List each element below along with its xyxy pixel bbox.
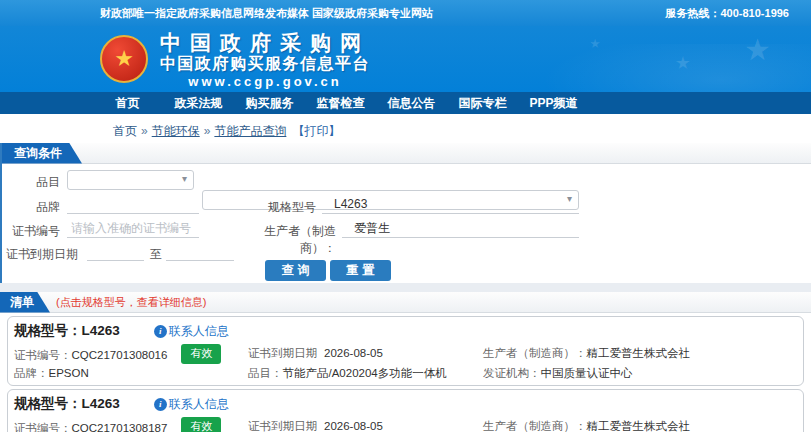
cert-no-label: 证书编号： [14,349,72,361]
model-input[interactable] [322,195,579,214]
nav-item-regulations[interactable]: 政采法规 [163,95,234,112]
query-conditions-section: 查询条件 品目 ▾ ▾ 品牌 规格型号 证书编号 生产者（制造商）： 证书到期日… [0,143,811,292]
item-detail-row: 证书编号：CQC21701308016有效 证书到期日期2026-08-05 生… [8,343,803,363]
brand-value: EPSON [49,367,89,379]
result-item: 规格型号：L4263 i 联系人信息 证书编号：CQC21701308016有效… [7,316,804,386]
tab-query-conditions: 查询条件 [2,143,82,164]
expiry-from-input[interactable] [87,242,144,261]
manufacturer-label: 生产者（制造商）： [230,223,336,257]
tab-list: 清单 [0,292,50,313]
issuer-value: 中国质量认证中心 [541,367,633,379]
model-number-link[interactable]: 规格型号：L4263 [14,322,120,340]
cert-no-value: CQC21701308016 [72,349,168,361]
nav-item-supervision[interactable]: 监督检查 [305,95,376,112]
list-section-bar: 清单 (点击规格型号，查看详细信息) [0,292,811,313]
date-range-to-label: 至 [150,246,162,263]
star-decoration-icon: ★ [589,36,601,51]
info-icon: i [154,398,167,411]
category-group-select[interactable]: ▾ [67,170,194,190]
breadcrumb: 首页»节能环保»节能产品查询【打印】 [0,114,811,143]
manufacturer-label: 生产者（制造商）： [483,420,587,432]
category-label: 品目 [2,174,60,191]
expiry-label: 证书到期日期 [248,420,317,432]
top-service-bar: 财政部唯一指定政府采购信息网络发布媒体 国家级政府采购专业网站 服务热线：400… [0,0,811,26]
model-label: 规格型号 [260,199,316,216]
expiry-value: 2026-08-05 [324,420,383,432]
manufacturer-input[interactable] [342,219,579,238]
contact-info-label: 联系人信息 [169,323,229,340]
nav-item-international[interactable]: 国际专栏 [447,95,518,112]
national-emblem-logo: ★ [100,35,148,83]
site-subtitle: 中国政府购买服务信息平台 [160,54,370,73]
results-list-section: 清单 (点击规格型号，查看详细信息) 规格型号：L4263 i 联系人信息 证书… [0,292,811,432]
status-badge: 有效 [181,417,221,432]
breadcrumb-separator: » [141,124,148,138]
model-value: L4263 [82,323,120,338]
breadcrumb-page-link[interactable]: 节能产品查询 [214,124,286,138]
site-title: 中国政府采购网 [160,32,370,54]
manufacturer-label: 生产者（制造商）： [483,347,587,359]
site-url: www.ccgp.gov.cn [160,73,370,90]
service-hotline: 服务热线：400-810-1996 [665,6,789,21]
category-value: 节能产品/A020204多功能一体机 [283,367,447,379]
contact-info-link[interactable]: i 联系人信息 [154,323,229,340]
main-nav: 首页 政采法规 购买服务 监督检查 信息公告 国际专栏 PPP频道 [0,92,811,114]
brand-label: 品牌 [2,199,60,216]
emblem-star-icon: ★ [114,48,134,70]
info-icon: i [154,325,167,338]
nav-item-home[interactable]: 首页 [92,95,163,112]
query-form: 品目 ▾ ▾ 品牌 规格型号 证书编号 生产者（制造商）： 证书到期日期 至 查… [2,164,811,282]
expiry-to-input[interactable] [166,242,234,261]
cert-no-value: CQC21701308187 [72,422,168,432]
model-number-link[interactable]: 规格型号：L4263 [14,395,120,413]
list-hint-note: (点击规格型号，查看详细信息) [56,295,206,310]
print-link[interactable]: 【打印】 [292,124,340,138]
model-label: 规格型号： [14,396,82,411]
status-badge: 有效 [181,344,221,364]
brand-input[interactable] [67,195,199,214]
item-detail-row: 品牌：EPSON 品目：节能产品/A020204多功能一体机 发证机构：中国质量… [8,363,803,385]
result-item-header: 规格型号：L4263 i 联系人信息 [8,390,803,416]
expiry-label: 证书到期日期 [248,347,317,359]
star-decoration-icon: ★ [744,32,771,67]
contact-info-link[interactable]: i 联系人信息 [154,396,229,413]
manufacturer-value: 精工爱普生株式会社 [587,347,691,359]
contact-info-label: 联系人信息 [169,396,229,413]
issuer-label: 发证机构： [483,367,541,379]
site-tagline: 财政部唯一指定政府采购信息网络发布媒体 国家级政府采购专业网站 [100,6,433,21]
model-label: 规格型号： [14,323,82,338]
result-item: 规格型号：L4263 i 联系人信息 证书编号：CQC21701308187有效… [7,389,804,432]
model-value: L4263 [82,396,120,411]
section-divider [0,283,811,292]
search-button[interactable]: 查询 [265,260,326,281]
query-section-bar: 查询条件 [2,143,811,164]
expiry-date-label: 证书到期日期 [2,246,78,263]
category-label: 品目： [248,367,283,379]
nav-item-announcements[interactable]: 信息公告 [376,95,447,112]
site-header: ★ ★ ★ ★ 中国政府采购网 中国政府购买服务信息平台 www.ccgp.go… [0,26,811,92]
cert-no-label: 证书编号 [2,223,60,240]
breadcrumb-home-link[interactable]: 首页 [113,124,137,138]
nav-item-purchase-services[interactable]: 购买服务 [234,95,305,112]
breadcrumb-category-link[interactable]: 节能环保 [152,124,200,138]
chevron-down-icon: ▾ [182,173,187,184]
expiry-value: 2026-08-05 [324,347,383,359]
cert-no-input[interactable] [67,219,199,238]
result-item-header: 规格型号：L4263 i 联系人信息 [8,317,803,343]
manufacturer-value: 精工爱普生株式会社 [587,420,691,432]
item-detail-row: 证书编号：CQC21701308187有效 证书到期日期2026-08-05 生… [8,416,803,432]
page: 财政部唯一指定政府采购信息网络发布媒体 国家级政府采购专业网站 服务热线：400… [0,0,811,432]
brand-label: 品牌： [14,367,49,379]
star-decoration-icon: ★ [675,52,691,74]
cert-no-label: 证书编号： [14,422,72,432]
breadcrumb-separator: » [204,124,211,138]
nav-item-ppp-channel[interactable]: PPP频道 [518,95,589,112]
reset-button[interactable]: 重置 [330,260,391,281]
site-title-block: 中国政府采购网 中国政府购买服务信息平台 www.ccgp.gov.cn [160,32,370,90]
